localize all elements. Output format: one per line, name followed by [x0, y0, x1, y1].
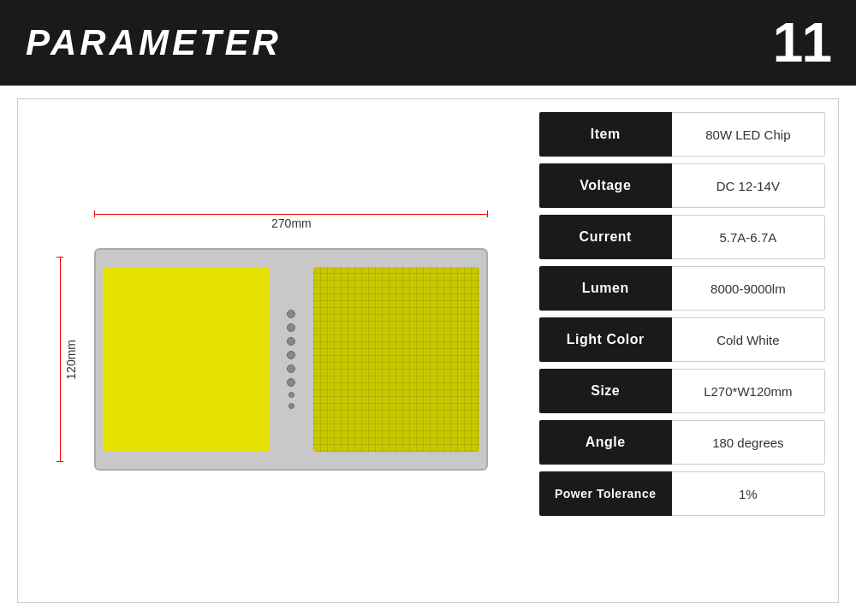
header-title: PARAMETER: [26, 22, 282, 63]
spec-value-size: L270*W120mm: [672, 369, 825, 413]
led-dot-4: [287, 351, 295, 359]
spec-row-power-tolerance: Power Tolerance1%: [539, 471, 825, 516]
spec-label-item: Item: [539, 112, 672, 157]
spec-label-angle: Angle: [539, 420, 672, 465]
height-label: 120mm: [64, 340, 78, 380]
width-dimension: 270mm: [94, 214, 488, 230]
spec-row-voltage: VoltageDC 12-14V: [539, 163, 825, 208]
led-dot-1: [287, 310, 295, 318]
led-dot-5: [287, 364, 295, 373]
led-dot-3: [287, 337, 295, 346]
spec-label-power-tolerance: Power Tolerance: [539, 471, 672, 516]
led-center-panel: [273, 267, 310, 452]
spec-label-current: Current: [539, 215, 672, 259]
spec-value-voltage: DC 12-14V: [672, 163, 825, 208]
spec-label-lumen: Lumen: [539, 266, 672, 311]
spec-row-lumen: Lumen8000-9000lm: [539, 266, 825, 311]
led-chip-image: [94, 248, 488, 471]
spec-value-power-tolerance: 1%: [672, 471, 825, 516]
spec-label-size: Size: [539, 369, 672, 413]
header-number: 11: [773, 11, 830, 74]
product-container: 270mm 120mm: [51, 188, 496, 513]
spec-row-item: Item80W LED Chip: [539, 112, 825, 157]
led-dot-8: [288, 403, 294, 409]
height-line: [60, 257, 61, 462]
spec-label-light-color: Light Color: [539, 317, 672, 362]
led-left-panel: [103, 267, 269, 452]
spec-label-voltage: Voltage: [539, 163, 672, 208]
width-label: 270mm: [271, 216, 312, 230]
spec-value-angle: 180 degrees: [672, 420, 825, 465]
left-panel: 270mm 120mm: [18, 99, 531, 602]
led-dot-6: [287, 378, 295, 387]
spec-row-current: Current5.7A-6.7A: [539, 215, 825, 259]
specs-panel: Item80W LED ChipVoltageDC 12-14VCurrent5…: [531, 99, 838, 602]
led-right-panel: [313, 267, 479, 452]
led-dot-2: [287, 323, 295, 332]
spec-value-light-color: Cold White: [672, 317, 825, 362]
spec-value-item: 80W LED Chip: [672, 112, 825, 157]
header: PARAMETER 11: [0, 0, 856, 86]
height-dimension: 120mm: [60, 257, 78, 462]
spec-row-angle: Angle180 degrees: [539, 420, 825, 465]
width-line: [94, 214, 488, 215]
spec-row-size: SizeL270*W120mm: [539, 369, 825, 413]
led-dot-7: [288, 392, 294, 398]
main-content: 270mm 120mm: [17, 98, 839, 603]
spec-value-current: 5.7A-6.7A: [672, 215, 825, 259]
spec-row-light-color: Light ColorCold White: [539, 317, 825, 362]
spec-value-lumen: 8000-9000lm: [672, 266, 825, 311]
